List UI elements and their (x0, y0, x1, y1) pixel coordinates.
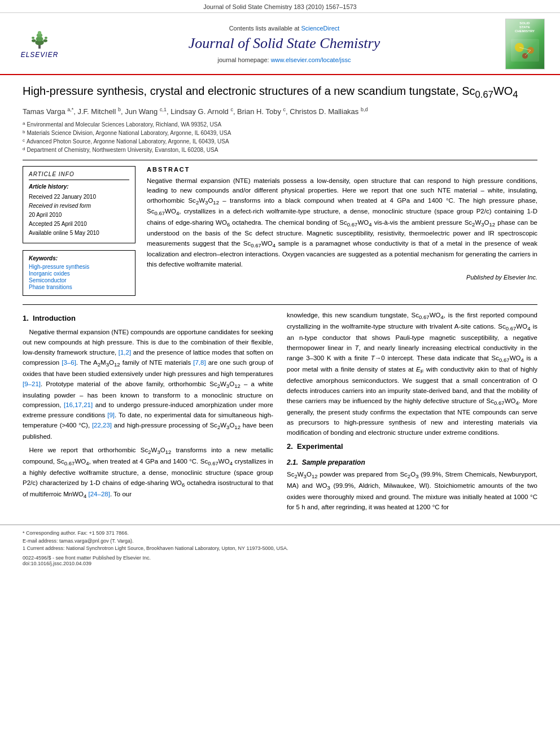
journal-cover: SOLIDSTATECHEMISTRY (505, 19, 545, 69)
copyright-line-2: doi:10.1016/j.jssc.2010.04.039 (23, 561, 537, 566)
section-2-heading: 2. Experimental (287, 441, 537, 452)
received-revised-date: 20 April 2010 (29, 212, 62, 218)
two-col-header: ARTICLE INFO Article history: Received 2… (23, 166, 537, 296)
svg-point-9 (39, 45, 41, 46)
intro-para-2: Here we report that orthorhombic Sc2W3O1… (23, 445, 273, 501)
received-revised-row: Received in revised form (29, 202, 129, 210)
sample-prep-para: Sc2W3O12 powder was prepared from Sc2O3 … (287, 470, 537, 513)
affiliation-c: Advanced Photon Source, Argonne National… (27, 137, 229, 146)
keywords-box: Keywords: High-pressure synthesis Inorga… (23, 250, 135, 296)
keywords-label: Keywords: (29, 255, 129, 261)
published-by: Published by Elsevier Inc. (147, 273, 537, 282)
header-right: SOLIDSTATECHEMISTRY (501, 19, 549, 69)
ref-7-8[interactable]: [7,8] (193, 359, 205, 366)
journal-topbar: Journal of Solid State Chemistry 183 (20… (0, 0, 560, 13)
body-col-right: knowledge, this new scandium tungstate, … (287, 311, 537, 516)
elsevier-wordmark: ELSEVIER (21, 51, 59, 59)
ref-24-28[interactable]: [24–28] (89, 491, 110, 497)
accepted-text: Accepted 25 April 2010 (29, 221, 87, 227)
available-row: Available online 5 May 2010 (29, 229, 129, 237)
svg-point-6 (43, 39, 47, 42)
keyword-1: High-pressure synthesis (29, 264, 129, 270)
current-address-note: 1 Current address: National Synchrotron … (23, 545, 537, 553)
contents-text: Contents lists available at (229, 25, 300, 32)
svg-point-5 (32, 39, 36, 42)
article-info-label: ARTICLE INFO (29, 171, 129, 180)
intro-para-3: knowledge, this new scandium tungstate, … (287, 311, 537, 438)
keyword-3: Semiconductor (29, 277, 129, 283)
authors-line: Tamas Varga a,*, J.F. Mitchell b, Jun Wa… (23, 107, 537, 116)
affiliation-a: Environmental and Molecular Sciences Lab… (27, 120, 221, 129)
ref-9[interactable]: [9] (107, 412, 115, 418)
cover-graphic (508, 36, 542, 64)
footer-copyright: 0022-4596/$ - see front matter Published… (23, 555, 537, 566)
ref-1-2[interactable]: [1,2] (119, 349, 131, 356)
elsevier-logo: ELSEVIER (14, 29, 65, 60)
accepted-row: Accepted 25 April 2010 (29, 220, 129, 228)
copyright-line-1: 0022-4596/$ - see front matter Published… (23, 555, 537, 561)
contents-line: Contents lists available at ScienceDirec… (229, 25, 340, 32)
received-row: Received 22 January 2010 (29, 193, 129, 201)
ref-16-17-21[interactable]: [16,17,21] (64, 401, 93, 408)
svg-point-4 (38, 30, 41, 34)
ref-9-21[interactable]: [9–21] (23, 381, 41, 387)
article-content: High-pressure synthesis, crystal and ele… (0, 75, 560, 304)
corresponding-author-note: * Corresponding author. Fax: +1 509 371 … (23, 530, 537, 538)
header-left: ELSEVIER (11, 19, 68, 69)
keyword-4: Phase transitions (29, 284, 129, 290)
divider-1 (23, 160, 537, 160)
homepage-text: journal homepage: (217, 56, 269, 63)
affiliation-b: Materials Science Division, Argonne Nati… (27, 129, 231, 137)
received-text: Received 22 January 2010 (29, 194, 96, 200)
email-note: E-mail address: tamas.varga@pnl.gov (T. … (23, 538, 537, 545)
sciencedirect-link[interactable]: ScienceDirect (301, 25, 339, 32)
cover-title: SOLIDSTATECHEMISTRY (515, 21, 535, 34)
journal-title: Journal of Solid State Chemistry (189, 35, 380, 52)
header-section: ELSEVIER Contents lists available at Sci… (0, 13, 560, 75)
topbar-text: Journal of Solid State Chemistry 183 (20… (203, 3, 357, 10)
elsevier-tree-icon (28, 30, 51, 50)
available-text: Available online 5 May 2010 (29, 230, 99, 236)
abstract-text: Negative thermal expansion (NTE) materia… (147, 176, 537, 282)
body-col-left: 1. Introduction Negative thermal expansi… (23, 311, 273, 516)
col-left: ARTICLE INFO Article history: Received 2… (23, 166, 135, 296)
history-label: Article history: (29, 184, 129, 190)
svg-point-7 (32, 37, 34, 39)
affiliations: aEnvironmental and Molecular Sciences La… (23, 120, 537, 154)
col-right: ABSTRACT Negative thermal expansion (NTE… (147, 166, 537, 296)
homepage-link[interactable]: www.elsevier.com/locate/jssc (271, 56, 351, 63)
abstract-label: ABSTRACT (147, 166, 537, 173)
header-center: Contents lists available at ScienceDirec… (73, 19, 495, 69)
svg-point-8 (45, 37, 47, 39)
body-content: 1. Introduction Negative thermal expansi… (0, 305, 560, 525)
journal-homepage-line: journal homepage: www.elsevier.com/locat… (217, 56, 351, 63)
page: Journal of Solid State Chemistry 183 (20… (0, 0, 560, 747)
ref-22-23[interactable]: [22,23] (92, 422, 112, 429)
footer-section: * Corresponding author. Fax: +1 509 371 … (0, 525, 560, 570)
subsection-2-1-heading: 2.1. Sample preparation (287, 457, 537, 468)
keyword-2: Inorganic oxides (29, 270, 129, 277)
article-title: High-pressure synthesis, crystal and ele… (23, 84, 537, 101)
article-info-box: ARTICLE INFO Article history: Received 2… (23, 166, 135, 243)
footer-notes: * Corresponding author. Fax: +1 509 371 … (23, 530, 537, 553)
intro-para-1: Negative thermal expansion (NTE) compoun… (23, 327, 273, 442)
section-1-heading: 1. Introduction (23, 313, 273, 324)
received-revised-date-row: 20 April 2010 (29, 211, 129, 219)
ref-3-6[interactable]: [3–6] (62, 359, 76, 366)
affiliation-d: Department of Chemistry, Northwestern Un… (27, 146, 218, 154)
abstract-paragraph: Negative thermal expansion (NTE) materia… (147, 176, 537, 269)
two-col-body: 1. Introduction Negative thermal expansi… (23, 311, 537, 516)
